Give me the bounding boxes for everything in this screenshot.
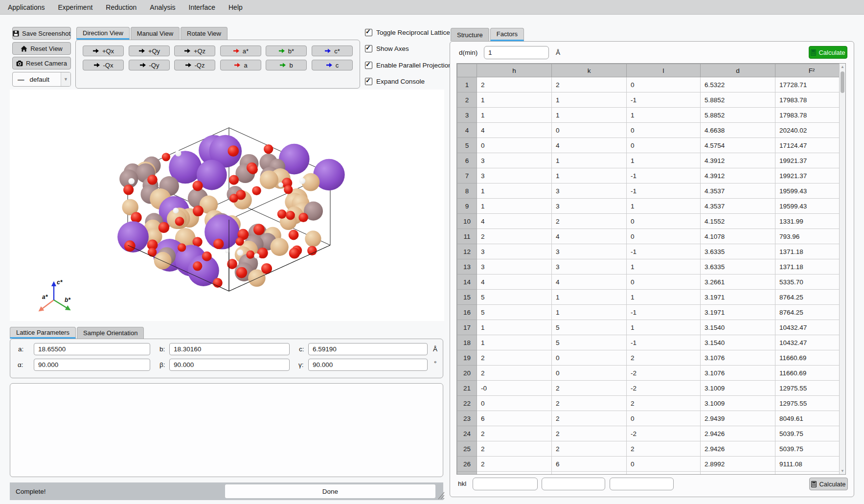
table-cell[interactable]: 3.1076 [701,350,775,366]
table-row[interactable]: 813-14.353719599.43 [457,183,846,199]
column-header-k[interactable]: k [552,64,627,77]
table-row[interactable]: 220223.100912975.55 [457,396,846,411]
table-cell[interactable]: 19599.43 [775,199,846,214]
table-cell[interactable]: 1 [477,199,552,214]
table-cell[interactable]: 2 [477,366,552,381]
column-header-l[interactable]: l [627,64,701,77]
direction-button-plusminus-Qz[interactable]: +Qz [174,46,215,56]
a-field[interactable] [34,343,150,355]
table-cell[interactable]: 5 [552,320,627,335]
table-cell[interactable]: 1 [477,92,552,108]
menu-interface[interactable]: Interface [189,3,215,11]
table-row[interactable]: 171513.154010432.47 [457,320,846,335]
menu-applications[interactable]: Applications [8,3,45,11]
table-cell[interactable]: 5.8852 [701,108,775,123]
gamma-field[interactable] [308,359,428,371]
table-cell[interactable]: -2 [627,426,701,441]
table-cell[interactable]: 2 [627,396,701,411]
resize-grip[interactable] [436,490,445,500]
table-cell[interactable]: 0 [627,457,701,472]
table-cell[interactable]: 1 [552,290,627,305]
direction-button-c-star[interactable]: c* [312,46,353,56]
beta-field[interactable] [169,359,290,371]
menu-analysis[interactable]: Analysis [150,3,175,11]
table-row[interactable]: 91314.353719599.43 [457,199,846,214]
hkl-calculate-button[interactable]: Calculate [809,478,848,490]
table-row[interactable]: 2422-22.94265039.75 [457,426,846,441]
table-cell[interactable]: 3 [552,199,627,214]
table-cell[interactable]: 3.1009 [701,381,775,396]
table-cell[interactable]: 4.3537 [701,183,775,199]
table-cell[interactable]: 10432.47 [775,320,846,335]
table-cell[interactable]: 3.1971 [701,290,775,305]
table-cell[interactable]: 1 [552,168,627,183]
table-cell[interactable]: 20240.02 [775,123,846,138]
direction-button-b[interactable]: b [266,60,307,70]
table-cell[interactable]: 4 [477,214,552,229]
table-cell[interactable]: 5335.70 [775,275,846,290]
c-field[interactable] [308,343,428,355]
table-cell[interactable]: 0 [477,138,552,153]
table-cell[interactable]: 3.1540 [701,320,775,335]
option-enable-parallel-projection[interactable]: ✓Enable Parallel Projection [365,62,452,69]
column-header-h[interactable]: h [477,64,552,77]
table-row[interactable]: 144403.26615335.70 [457,275,846,290]
table-cell[interactable]: -1 [627,92,701,108]
checkbox-icon[interactable]: ✓ [365,78,372,85]
table-cell[interactable]: -2 [627,366,701,381]
table-row[interactable]: 155113.19718764.25 [457,290,846,305]
preset-select[interactable]: — default ▼ [12,72,71,87]
checkbox-icon[interactable]: ✓ [365,45,372,52]
table-row[interactable]: 21-02-23.100912975.55 [457,381,846,396]
table-row[interactable]: 252222.94265039.75 [457,441,846,457]
scrollbar-thumb[interactable] [841,71,844,93]
table-row[interactable]: 236202.94398049.61 [457,411,846,426]
table-row[interactable]: 731-14.391219921.37 [457,168,846,183]
reset-view-button[interactable]: Reset View [12,42,71,55]
table-cell[interactable]: 4.1078 [701,229,775,244]
table-cell[interactable]: 2 [477,77,552,92]
scroll-down-icon[interactable]: ▼ [840,469,845,473]
table-cell[interactable]: 5 [477,290,552,305]
table-cell[interactable]: 2 [477,426,552,441]
table-cell[interactable]: 2 [627,441,701,457]
table-row[interactable]: 1651-13.19718764.25 [457,305,846,320]
table-cell[interactable]: 3.1971 [701,305,775,320]
table-cell[interactable]: -0 [477,381,552,396]
table-cell[interactable]: 19921.37 [775,153,846,168]
table-cell[interactable]: 0 [627,411,701,426]
tab-manual-view[interactable]: Manual View [131,27,180,40]
table-cell[interactable]: 4.3912 [701,168,775,183]
table-cell[interactable]: 3.1009 [701,396,775,411]
table-cell[interactable]: 11660.69 [775,350,846,366]
table-row[interactable]: 31115.885217983.78 [457,108,846,123]
table-cell[interactable]: 2 [552,411,627,426]
table-cell[interactable]: 1371.18 [775,244,846,259]
dmin-input[interactable] [484,46,549,59]
scroll-up-icon[interactable]: ▲ [840,65,845,69]
tab-rotate-view[interactable]: Rotate View [181,27,227,40]
tab-lattice-parameters[interactable]: Lattice Parameters [10,327,76,339]
table-row[interactable]: 2020-23.107611660.69 [457,366,846,381]
table-cell[interactable]: 1 [552,305,627,320]
table-cell[interactable]: 4 [552,275,627,290]
table-cell[interactable]: 17983.78 [775,108,846,123]
menu-experiment[interactable]: Experiment [58,3,93,11]
hkl-h-input[interactable] [473,478,538,490]
table-cell[interactable]: 2.9426 [701,426,775,441]
table-cell[interactable]: -2 [627,381,701,396]
table-cell[interactable]: 0 [627,138,701,153]
table-cell[interactable]: 5039.75 [775,426,846,441]
table-cell[interactable]: 6.5322 [701,77,775,92]
option-show-axes[interactable]: ✓Show Axes [365,45,409,52]
tab-factors[interactable]: Factors [490,28,524,41]
table-cell[interactable]: 17983.78 [775,92,846,108]
option-toggle-reciprocal-lattice[interactable]: ✓Toggle Reciprocal Lattice [365,29,450,36]
table-row[interactable]: 211-15.885217983.78 [457,92,846,108]
table-cell[interactable]: 0 [477,396,552,411]
calculate-button[interactable]: Calculate [809,46,847,59]
table-cell[interactable]: 2 [552,441,627,457]
table-cell[interactable]: 2 [477,229,552,244]
table-cell[interactable]: 2 [552,381,627,396]
table-row[interactable]: 192023.107611660.69 [457,350,846,366]
